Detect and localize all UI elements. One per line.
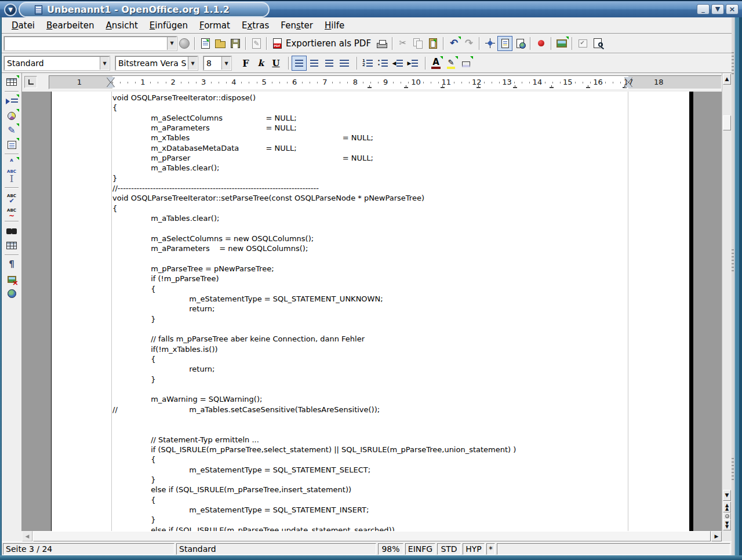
scroll-left-button[interactable]: ◀	[22, 531, 32, 541]
horizontal-scrollbar-thumb[interactable]	[33, 531, 711, 541]
underline-button[interactable]: U	[268, 56, 283, 71]
status-page-style[interactable]: Standard	[176, 543, 376, 555]
minimize-button[interactable]: _	[697, 4, 710, 14]
vertical-scrollbar-thumb[interactable]	[723, 115, 731, 130]
graphics-on-off-button[interactable]: ×	[3, 272, 20, 286]
scroll-down-button[interactable]: ▼	[723, 490, 731, 501]
decrease-indent-button[interactable]: ◀	[390, 56, 405, 71]
nonprinting-characters-button[interactable]: ¶	[3, 257, 20, 272]
default-tabstop-marker	[550, 85, 554, 88]
save-button[interactable]	[228, 36, 243, 51]
close-icon: ×	[729, 5, 736, 13]
menu-bearbeiten[interactable]: Bearbeiten	[41, 19, 100, 32]
status-zoom[interactable]: 98%	[378, 543, 403, 555]
new-document-icon	[201, 38, 210, 49]
url-input[interactable]	[5, 37, 176, 50]
align-left-button[interactable]	[292, 56, 307, 71]
font-color-button[interactable]: A	[428, 56, 443, 71]
font-dropdown-button[interactable]: ▼	[188, 57, 197, 70]
horizontal-ruler[interactable]: 1123456789101112131415161718	[49, 75, 722, 89]
print-button[interactable]	[374, 36, 390, 51]
document-page[interactable]: void OSQLParseTreeIterator::dispose() { …	[51, 92, 690, 531]
record-dot-icon	[538, 40, 544, 46]
scroll-up-button[interactable]: ▲	[723, 74, 731, 85]
edit-file-button[interactable]: ✎	[249, 36, 264, 51]
url-dropdown-button[interactable]: ▼	[167, 37, 176, 50]
menu-ansicht[interactable]: Ansicht	[100, 19, 143, 32]
stylist-button[interactable]	[497, 36, 512, 51]
draw-functions-button[interactable]: ✎	[3, 123, 20, 137]
auto-spellcheck-button[interactable]: ABC ~	[3, 205, 20, 219]
cut-button[interactable]: ✂	[395, 36, 410, 51]
online-layout-button[interactable]	[3, 286, 20, 301]
default-tabstop-marker	[404, 85, 408, 88]
menu-format[interactable]: Format	[194, 19, 236, 32]
spellcheck-button[interactable]: ABC ✔	[3, 190, 20, 205]
insert-fields-button[interactable]	[3, 94, 20, 108]
tab-type-selector[interactable]	[24, 76, 37, 88]
insert-note-button[interactable]: ✔	[575, 36, 590, 51]
horizontal-scrollbar[interactable]: ◀ ▶	[22, 531, 722, 541]
zoom-page-button[interactable]	[590, 36, 605, 51]
hyperlink-dialog-button[interactable]	[512, 36, 528, 51]
paste-clipboard-icon	[429, 38, 437, 49]
font-name-combobox[interactable]: Bitstream Vera S ▼	[115, 56, 198, 70]
url-combobox[interactable]: ▼	[4, 37, 177, 50]
insert-table-button[interactable]	[3, 75, 20, 89]
new-document-button[interactable]	[198, 36, 213, 51]
size-dropdown-button[interactable]: ▼	[221, 57, 231, 70]
document-text[interactable]: void OSQLParseTreeIterator::dispose() { …	[112, 93, 628, 531]
menu-hilfe[interactable]: Hilfe	[319, 19, 350, 32]
open-button[interactable]	[213, 36, 228, 51]
title-bar[interactable]: ▼ Unbenannt1 - OpenOffice.org 1.1.2 _ ▼ …	[0, 0, 742, 17]
navigator-button[interactable]	[482, 36, 497, 51]
style-dropdown-button[interactable]: ▼	[100, 57, 109, 70]
bold-button[interactable]: F	[238, 56, 253, 71]
menu-fenster[interactable]: Fenster	[275, 19, 319, 32]
numbered-list-button[interactable]: 12	[360, 56, 375, 71]
increase-indent-button[interactable]: ▶	[405, 56, 420, 71]
copy-button[interactable]	[410, 36, 425, 51]
menu-einfuegen[interactable]: Einfügen	[144, 19, 194, 32]
previous-page-button[interactable]: ▲▲	[723, 501, 731, 512]
paragraph-style-combobox[interactable]: Standard ▼	[4, 56, 110, 70]
highlighting-button[interactable]: ✎	[443, 56, 459, 71]
paste-button[interactable]	[425, 36, 441, 51]
background-color-button[interactable]	[459, 56, 474, 71]
window-menu-button[interactable]: ▼	[4, 3, 17, 16]
redo-button[interactable]: ↷	[461, 36, 477, 51]
navigator-compass-icon	[485, 38, 495, 48]
maximize-button[interactable]: ▼	[711, 4, 724, 14]
form-functions-button[interactable]	[3, 137, 20, 152]
bullet-list-button[interactable]: ••	[375, 56, 390, 71]
background-color-icon	[462, 61, 470, 67]
next-page-button[interactable]: ▼▼	[723, 519, 731, 530]
data-sources-button[interactable]	[3, 238, 20, 253]
align-center-button[interactable]	[307, 56, 322, 71]
status-modified-flag[interactable]: *	[486, 543, 495, 555]
status-insert-mode[interactable]: EINFG	[405, 543, 435, 555]
italic-button[interactable]: k	[253, 56, 268, 71]
status-hyperlink-mode[interactable]: HYP	[463, 543, 485, 555]
export-pdf-label[interactable]: Exportieren als PDF	[286, 38, 371, 49]
vertical-scrollbar[interactable]: ▲ ▼ ▲▲ ▼▼	[722, 73, 732, 531]
status-selection-mode[interactable]: STD	[437, 543, 461, 555]
menu-datei[interactable]: Datei	[6, 19, 41, 32]
insert-object-button[interactable]	[3, 108, 20, 123]
font-size-combobox[interactable]: 8 ▼	[203, 56, 231, 70]
direct-cursor-button[interactable]: I	[3, 171, 20, 186]
stop-loading-button[interactable]	[177, 36, 192, 51]
align-justify-button[interactable]	[337, 56, 352, 71]
scroll-right-button[interactable]: ▶	[711, 531, 722, 541]
status-page-number[interactable]: Seite 3 / 24	[3, 543, 174, 555]
record-macro-button[interactable]	[533, 36, 548, 51]
document-view[interactable]: void OSQLParseTreeIterator::dispose() { …	[22, 92, 722, 531]
close-button[interactable]: ×	[726, 4, 739, 14]
align-right-button[interactable]	[322, 56, 337, 71]
edit-autotext-button[interactable]: AABC	[3, 157, 20, 171]
export-pdf-button[interactable]: PDF	[270, 36, 285, 51]
find-replace-button[interactable]	[3, 224, 20, 238]
gallery-button[interactable]	[554, 36, 569, 51]
menu-extras[interactable]: Extras	[236, 19, 275, 32]
undo-button[interactable]: ↶	[446, 36, 461, 51]
